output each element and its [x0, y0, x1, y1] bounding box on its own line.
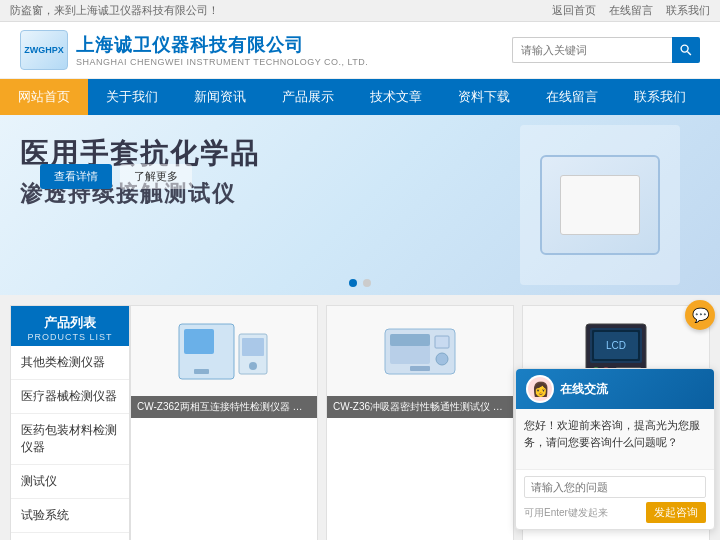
- svg-rect-10: [390, 334, 430, 346]
- search-input[interactable]: [512, 37, 672, 63]
- sidebar-item-martindale[interactable]: 马丁代尔耐磨仪: [11, 533, 129, 540]
- main-nav: 网站首页 关于我们 新闻资讯 产品展示 技术文章 资料下载 在线留言 联系我们: [0, 79, 720, 115]
- svg-rect-5: [242, 338, 264, 356]
- hero-buttons: 查看详情 了解更多: [40, 164, 192, 189]
- sidebar-title-main: 产品列表: [16, 314, 124, 332]
- chat-message-text: 您好！欢迎前来咨询，提高光为您服务，请问您要咨询什么问题呢？: [524, 417, 706, 450]
- hero-device: [540, 155, 660, 255]
- nav-item-download[interactable]: 资料下载: [440, 79, 528, 115]
- sidebar-title: 产品列表 PRODUCTS LIST: [11, 306, 129, 346]
- sidebar-item-system[interactable]: 试验系统: [11, 499, 129, 533]
- product-card-2[interactable]: CW-Z36冲吸器密封性畅通性测试仪 检...: [326, 305, 514, 540]
- hero-dot-2[interactable]: [363, 279, 371, 287]
- logo-icon: ZWGHPX: [20, 30, 68, 70]
- nav-item-home[interactable]: 网站首页: [0, 79, 88, 115]
- top-bar-link-message[interactable]: 在线留言: [609, 4, 653, 16]
- svg-rect-7: [194, 369, 209, 374]
- nav-item-message[interactable]: 在线留言: [528, 79, 616, 115]
- chat-hint: 可用Enter键发起来: [524, 506, 608, 520]
- hero-banner: 医用手套抗化学品 渗透持续接触测试仪 查看详情 了解更多: [0, 115, 720, 295]
- chat-bell-icon: 💬: [692, 307, 709, 323]
- top-bar-link-contact[interactable]: 联系我们: [666, 4, 710, 16]
- chat-header: 👩 在线交流: [516, 369, 714, 409]
- product-card-1[interactable]: CW-Z362两相互连接特性检测仪器 符合...: [130, 305, 318, 540]
- product-svg-1: [174, 314, 274, 389]
- product-sidebar: 产品列表 PRODUCTS LIST 其他类检测仪器 医疗器械检测仪器 医药包装…: [10, 305, 130, 540]
- chat-input-area: 可用Enter键发起来 发起咨询: [516, 469, 714, 529]
- header: ZWGHPX 上海诚卫仪器科技有限公司 SHANGHAI CHENGWEI IN…: [0, 22, 720, 79]
- search-button[interactable]: [672, 37, 700, 63]
- product-label-1: CW-Z362两相互连接特性检测仪器 符合...: [131, 396, 317, 418]
- top-bar-link-home[interactable]: 返回首页: [552, 4, 596, 16]
- chat-notify-button[interactable]: 💬: [685, 300, 715, 330]
- sidebar-item-medical-device[interactable]: 医疗器械检测仪器: [11, 380, 129, 414]
- top-bar-links: 返回首页 在线留言 联系我们: [542, 3, 710, 18]
- top-bar: 防盗窗，来到上海诚卫仪器科技有限公司！ 返回首页 在线留言 联系我们: [0, 0, 720, 22]
- avatar-image: 👩: [528, 377, 552, 401]
- chat-body: 您好！欢迎前来咨询，提高光为您服务，请问您要咨询什么问题呢？: [516, 409, 714, 469]
- nav-item-about[interactable]: 关于我们: [88, 79, 176, 115]
- svg-rect-11: [435, 336, 449, 348]
- svg-rect-3: [184, 329, 214, 354]
- svg-text:LCD: LCD: [606, 340, 626, 351]
- sidebar-title-sub: PRODUCTS LIST: [16, 332, 124, 342]
- hero-content: 医用手套抗化学品 渗透持续接触测试仪 查看详情 了解更多: [20, 135, 260, 209]
- svg-point-12: [436, 353, 448, 365]
- chat-avatar: 👩: [526, 375, 554, 403]
- hero-dot-1[interactable]: [349, 279, 357, 287]
- sidebar-item-medical-packaging[interactable]: 医药包装材料检测仪器: [11, 414, 129, 465]
- company-name-en: SHANGHAI CHENGWEI INSTRUMENT TECHNOLOGY …: [76, 57, 368, 67]
- product-image-1: [131, 306, 317, 396]
- product-label-2: CW-Z36冲吸器密封性畅通性测试仪 检...: [327, 396, 513, 418]
- chat-input[interactable]: [524, 476, 706, 498]
- sidebar-item-test[interactable]: 测试仪: [11, 465, 129, 499]
- hero-image: [520, 125, 680, 285]
- nav-item-contact[interactable]: 联系我们: [616, 79, 704, 115]
- product-image-2: [327, 306, 513, 396]
- search-icon: [679, 43, 693, 57]
- hero-detail-button[interactable]: 查看详情: [40, 164, 112, 189]
- nav-item-news[interactable]: 新闻资讯: [176, 79, 264, 115]
- company-name-cn: 上海诚卫仪器科技有限公司: [76, 33, 368, 57]
- svg-point-0: [681, 45, 688, 52]
- hero-device-screen: [560, 175, 640, 235]
- sidebar-item-other[interactable]: 其他类检测仪器: [11, 346, 129, 380]
- chat-send-button[interactable]: 发起咨询: [646, 502, 706, 523]
- svg-line-1: [687, 51, 691, 55]
- nav-item-tech[interactable]: 技术文章: [352, 79, 440, 115]
- product-svg-2: [370, 314, 470, 389]
- hero-more-button[interactable]: 了解更多: [120, 164, 192, 189]
- chat-footer: 可用Enter键发起来 发起咨询: [524, 502, 706, 523]
- nav-item-products[interactable]: 产品展示: [264, 79, 352, 115]
- logo-text: 上海诚卫仪器科技有限公司 SHANGHAI CHENGWEI INSTRUMEN…: [76, 33, 368, 67]
- svg-rect-13: [410, 366, 430, 371]
- logo-area: ZWGHPX 上海诚卫仪器科技有限公司 SHANGHAI CHENGWEI IN…: [20, 30, 368, 70]
- chat-widget: 👩 在线交流 您好！欢迎前来咨询，提高光为您服务，请问您要咨询什么问题呢？ 可用…: [515, 368, 715, 530]
- chat-title: 在线交流: [560, 381, 608, 398]
- top-bar-text: 防盗窗，来到上海诚卫仪器科技有限公司！: [10, 3, 219, 18]
- svg-point-6: [249, 362, 257, 370]
- hero-dots: [349, 279, 371, 287]
- search-area: [512, 37, 700, 63]
